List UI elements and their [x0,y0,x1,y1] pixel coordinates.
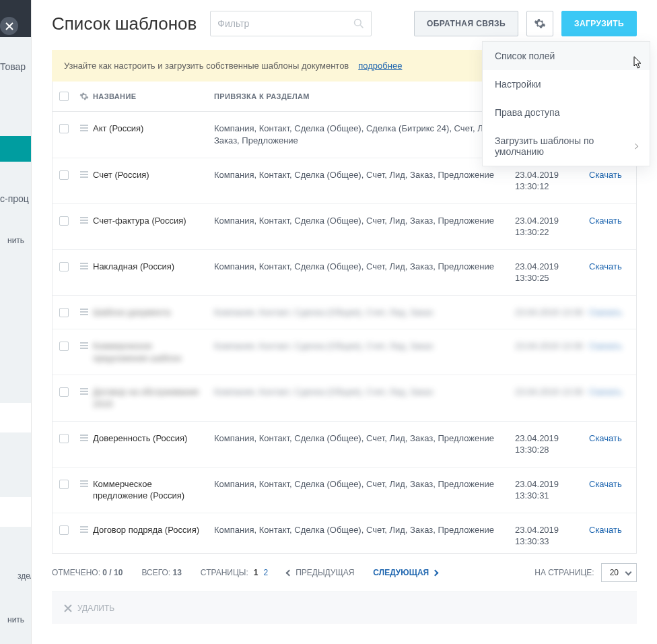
table-body: Акт (Россия)Компания, Контакт, Сделка (О… [53,112,636,553]
row-name: Шаблон документа [93,307,214,319]
download-link[interactable]: Скачать [589,433,622,443]
table-row: Коммерческое предложение шаблонКомпания,… [53,329,636,375]
svg-point-0 [355,20,361,26]
row-date: 23.04.2019 13:30:25 [515,261,589,284]
download-link[interactable]: Скачать [589,341,622,351]
per-page-select[interactable]: 20 [601,563,637,582]
feedback-button[interactable]: ОБРАТНАЯ СВЯЗЬ [414,11,518,36]
column-name-header[interactable]: НАЗВАНИЕ [93,92,214,100]
row-checkbox[interactable] [59,387,69,397]
row-name: Счет-фактура (Россия) [93,215,214,238]
page-current: 1 [254,568,258,577]
row-binding: Компания, Контакт, Сделка (Общее), Счет,… [214,524,515,548]
row-checkbox[interactable] [59,262,69,271]
action-bar: УДАЛИТЬ [52,591,637,624]
info-text: Узнайте как настроить и загрузить собств… [64,61,349,71]
row-checkbox[interactable] [59,170,69,180]
table-row: Доверенность (Россия)Компания, Контакт, … [53,422,636,468]
download-link[interactable]: Скачать [589,525,622,535]
row-menu-icon[interactable] [80,388,88,395]
pages-label: СТРАНИЦЫ: [201,568,248,577]
per-page-selector: НА СТРАНИЦЕ: 20 [534,563,637,582]
row-binding: Компания, Контакт, Сделка (Общее), Счет,… [214,215,515,238]
slide-panel: Список шаблонов ОБРАТНАЯ СВЯЗЬ ЗАГРУЗИТЬ… [31,0,657,644]
row-name: Коммерческое предложение шаблон [93,340,214,364]
background-text: нить [7,615,24,624]
grid-footer: ОТМЕЧЕНО: 0 / 10 ВСЕГО: 13 СТРАНИЦЫ: 1 2… [52,554,637,591]
row-checkbox[interactable] [59,525,69,535]
background-layer [0,0,34,644]
row-date: 23.04.2019 13:30 [515,340,589,364]
select-all-checkbox[interactable] [59,92,69,101]
row-binding: Компания, Контакт, Сделка (Общее), Сделк… [214,123,515,146]
download-link[interactable]: Скачать [589,170,622,180]
row-checkbox[interactable] [59,308,69,317]
background-card [0,403,31,432]
download-link[interactable]: Скачать [589,387,622,397]
row-menu-icon[interactable] [80,526,88,533]
page-title: Список шаблонов [52,13,197,34]
row-checkbox[interactable] [59,434,69,443]
table-row: Шаблон документаКомпания, Контакт, Сделк… [53,296,636,330]
prev-page-button[interactable]: ПРЕДЫДУЩАЯ [287,568,354,577]
upload-button[interactable]: ЗАГРУЗИТЬ [561,11,637,36]
background-text: Товар [0,61,26,72]
row-checkbox[interactable] [59,124,69,133]
column-binding-header[interactable]: ПРИВЯЗКА К РАЗДЕЛАМ [214,92,515,100]
next-page-button[interactable]: СЛЕДУЮЩАЯ [373,568,438,577]
row-date: 23.04.2019 13:30:33 [515,524,589,548]
row-menu-icon[interactable] [80,342,88,349]
row-menu-icon[interactable] [80,434,88,441]
mouse-cursor-icon [631,56,644,71]
row-menu-icon[interactable] [80,171,88,178]
selected-counter: ОТМЕЧЕНО: 0 / 10 [52,568,123,577]
column-settings-button[interactable] [75,92,93,101]
row-name: Доверенность (Россия) [93,432,214,456]
row-menu-icon[interactable] [80,309,88,315]
dropdown-item-settings[interactable]: Настройки [483,70,650,98]
download-link[interactable]: Скачать [589,479,622,489]
table-row: Договор подряда (Россия)Компания, Контак… [53,513,636,553]
row-checkbox[interactable] [59,480,69,489]
row-name: Акт (Россия) [93,123,214,146]
filter-input[interactable] [217,18,353,29]
row-name: Коммерческое предложение (Россия) [93,478,214,502]
download-link[interactable]: Скачать [589,216,622,226]
row-checkbox[interactable] [59,216,69,226]
download-link[interactable]: Скачать [589,261,622,271]
background-text: с-проц [0,193,29,204]
row-name: Договор подряда (Россия) [93,524,214,548]
background-text: нить [7,236,24,245]
row-binding: Компания, Контакт, Сделка (Общее), Счет,… [214,432,515,456]
chevron-right-icon [432,569,439,576]
dropdown-item-fields[interactable]: Список полей [483,42,650,70]
dropdown-item-permissions[interactable]: Права доступа [483,98,650,127]
table-row: Накладная (Россия)Компания, Контакт, Сде… [53,250,636,296]
close-icon [64,604,72,612]
row-date: 23.04.2019 13:30 [515,307,589,319]
row-menu-icon[interactable] [80,217,88,224]
gear-icon [79,92,89,101]
table-row: Договор на обслуживание 2019Компания, Ко… [53,375,636,421]
row-menu-icon[interactable] [80,480,88,487]
row-date: 23.04.2019 13:30 [515,386,589,410]
page-link[interactable]: 2 [263,568,268,577]
settings-button[interactable] [526,11,553,36]
row-date: 23.04.2019 13:30:12 [515,169,589,193]
download-link[interactable]: Скачать [589,307,622,317]
background-active-strip [0,136,31,162]
info-more-link[interactable]: подробнее [358,61,402,71]
row-menu-icon[interactable] [80,125,88,131]
row-name: Счет (Россия) [93,169,214,193]
total-counter: ВСЕГО: 13 [141,568,181,577]
row-binding: Компания, Контакт, Сделка (Общее), Счет,… [214,261,515,284]
gear-icon [534,18,546,30]
close-button[interactable] [0,17,18,35]
row-binding: Компания, Контакт, Сделка (Общее), Счет,… [214,307,515,319]
row-checkbox[interactable] [59,342,69,351]
row-menu-icon[interactable] [80,263,88,269]
filter-box[interactable] [210,11,372,36]
chevron-down-icon [625,569,632,576]
delete-button[interactable]: УДАЛИТЬ [77,604,114,613]
dropdown-item-load-default[interactable]: Загрузить шаблоны по умолчанию [483,127,650,166]
